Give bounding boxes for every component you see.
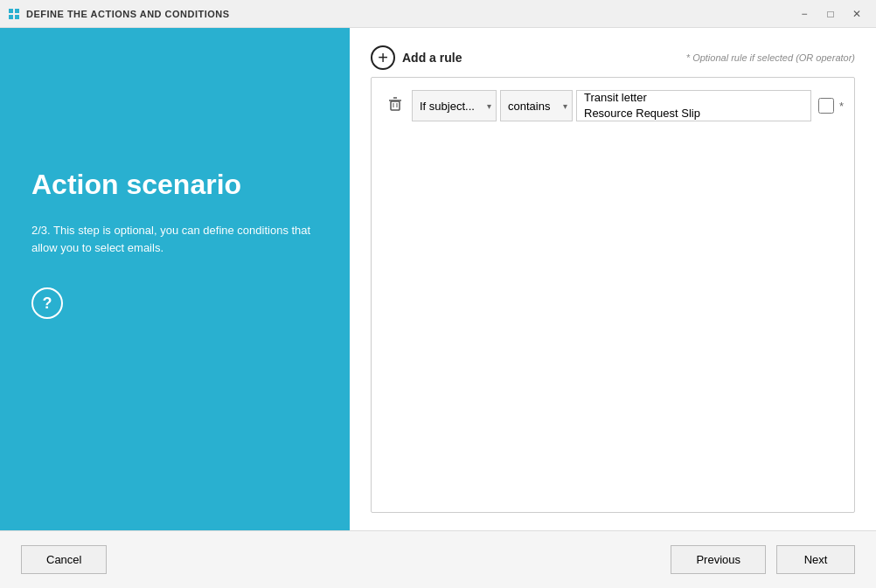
add-rule-button[interactable]: + Add a rule <box>371 45 462 70</box>
window-title: DEFINE THE ACTIONS AND CONDITIONS <box>26 9 792 19</box>
condition-select[interactable]: If subject... <box>412 90 497 121</box>
cancel-button[interactable]: Cancel <box>21 545 107 574</box>
svg-rect-0 <box>9 9 13 13</box>
add-rule-row: + Add a rule * Optional rule if selected… <box>371 45 855 70</box>
rules-area[interactable]: If subject... contains Transit letter Re… <box>371 77 855 513</box>
main-content: Action scenario 2/3. This step is option… <box>0 28 876 530</box>
operator-select[interactable]: contains <box>500 90 573 121</box>
title-bar: DEFINE THE ACTIONS AND CONDITIONS − □ ✕ <box>0 0 876 28</box>
delete-rule-button[interactable] <box>382 93 408 119</box>
rule-row: If subject... contains Transit letter Re… <box>379 85 847 127</box>
condition-select-wrapper[interactable]: If subject... <box>412 90 497 121</box>
previous-button[interactable]: Previous <box>671 545 766 574</box>
rule-value-line2: Resource Request Slip <box>584 106 803 121</box>
help-button[interactable]: ? <box>31 287 63 319</box>
window-controls: − □ ✕ <box>792 5 869 23</box>
close-button[interactable]: ✕ <box>845 5 869 23</box>
minimize-button[interactable]: − <box>792 5 817 23</box>
svg-rect-2 <box>9 15 13 19</box>
help-icon: ? <box>43 294 52 313</box>
trash-icon <box>386 95 404 116</box>
left-panel: Action scenario 2/3. This step is option… <box>0 28 350 530</box>
bottom-bar: Cancel Previous Next <box>0 530 876 588</box>
svg-rect-1 <box>15 9 19 13</box>
app-icon <box>7 7 21 21</box>
optional-note: * Optional rule if selected (OR operator… <box>686 52 855 63</box>
rule-value-line1: Transit letter <box>584 90 803 106</box>
svg-rect-3 <box>15 15 19 19</box>
maximize-button[interactable]: □ <box>818 5 843 23</box>
optional-star: * <box>839 100 844 113</box>
scenario-title: Action scenario <box>31 168 318 201</box>
right-panel: + Add a rule * Optional rule if selected… <box>350 28 876 530</box>
rule-value-display[interactable]: Transit letter Resource Request Slip <box>576 90 811 121</box>
svg-rect-4 <box>391 101 400 110</box>
optional-rule-checkbox[interactable] <box>818 98 834 114</box>
next-button[interactable]: Next <box>776 545 855 574</box>
scenario-description: 2/3. This step is optional, you can defi… <box>31 222 318 256</box>
add-rule-label: Add a rule <box>402 51 462 65</box>
add-icon: + <box>371 45 395 70</box>
operator-select-wrapper[interactable]: contains <box>500 90 573 121</box>
